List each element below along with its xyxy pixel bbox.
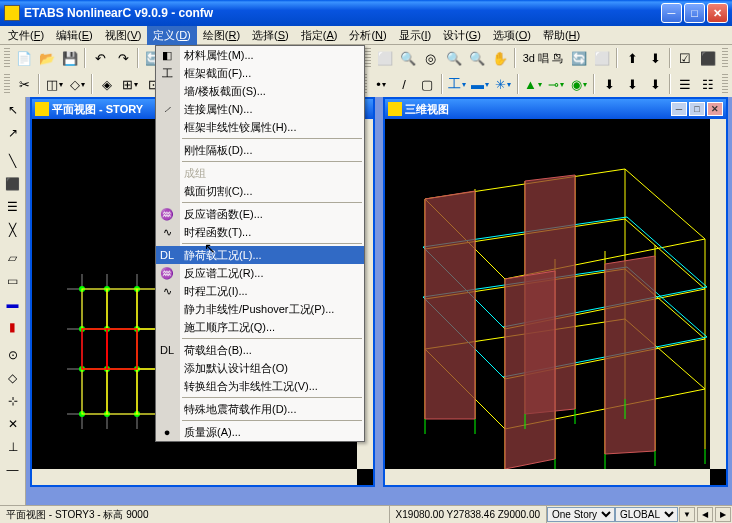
- menu-analyze[interactable]: 分析(N): [343, 26, 392, 45]
- menu-hinge-props[interactable]: 框架非线性铰属性(H)...: [156, 118, 364, 136]
- tool-b-icon[interactable]: ◇▾: [66, 73, 88, 95]
- new-icon[interactable]: 📄: [13, 47, 35, 69]
- menu-file[interactable]: 文件(F): [2, 26, 50, 45]
- perspective-icon[interactable]: ⬜: [591, 47, 613, 69]
- menu-special-seismic[interactable]: 特殊地震荷载作用(D)...: [156, 400, 364, 418]
- menu-convert-combos[interactable]: 转换组合为非线性工况(V)...: [156, 377, 364, 395]
- object-shrink-icon[interactable]: ⬛: [697, 47, 719, 69]
- pan-icon[interactable]: ✋: [489, 47, 511, 69]
- tool-a-icon[interactable]: ◫▾: [43, 73, 65, 95]
- draw-area-icon[interactable]: ▱: [2, 247, 24, 269]
- child-close-button[interactable]: ✕: [707, 102, 723, 116]
- joint-icon[interactable]: ✳▾: [492, 73, 514, 95]
- maximize-button[interactable]: □: [684, 3, 705, 23]
- up-arrow-icon[interactable]: ⬆: [621, 47, 643, 69]
- menu-response-spectrum-fn[interactable]: ♒反应谱函数(E)...: [156, 205, 364, 223]
- cut-icon[interactable]: ✂: [13, 73, 35, 95]
- link-icon: ⟋: [159, 101, 175, 117]
- menu-display[interactable]: 显示(I): [393, 26, 437, 45]
- minimize-button[interactable]: ─: [661, 3, 682, 23]
- 3d-vscroll[interactable]: [710, 119, 726, 469]
- i-beam-icon[interactable]: 工▾: [446, 73, 468, 95]
- display2-icon[interactable]: ☷: [697, 73, 719, 95]
- coord-system-select[interactable]: GLOBAL: [615, 507, 678, 522]
- release-icon[interactable]: ⊸▾: [545, 73, 567, 95]
- menu-link-props[interactable]: ⟋连接属性(N)...: [156, 100, 364, 118]
- load2-icon[interactable]: ⬇: [621, 73, 643, 95]
- mass-icon[interactable]: ◉▾: [568, 73, 590, 95]
- display1-icon[interactable]: ☰: [674, 73, 696, 95]
- redo-icon[interactable]: ↷: [112, 47, 134, 69]
- snap-intersect-icon[interactable]: ✕: [2, 413, 24, 435]
- status-left-button[interactable]: ◀: [697, 507, 713, 522]
- menu-static-load-cases[interactable]: DL静荷载工况(L)...: [156, 246, 364, 264]
- reshape-icon[interactable]: ↗: [2, 122, 24, 144]
- menu-define[interactable]: 定义(D): [147, 26, 196, 45]
- draw-rect-icon[interactable]: ▭: [2, 270, 24, 292]
- open-icon[interactable]: 📂: [36, 47, 58, 69]
- menu-draw[interactable]: 绘图(R): [197, 26, 246, 45]
- menu-wall-slab[interactable]: 墙/楼板截面(S)...: [156, 82, 364, 100]
- menu-response-spectrum-cases[interactable]: ♒反应谱工况(R)...: [156, 264, 364, 282]
- point-icon[interactable]: •▾: [370, 73, 392, 95]
- zoom-back-icon[interactable]: 🔍: [397, 47, 419, 69]
- menu-time-history-cases[interactable]: ∿时程工况(I)...: [156, 282, 364, 300]
- menu-diaphragm[interactable]: 刚性隔板(D)...: [156, 141, 364, 159]
- draw-secondary-icon[interactable]: ☰: [2, 196, 24, 218]
- rotate-icon[interactable]: 🔄: [568, 47, 590, 69]
- draw-wall-icon[interactable]: ▮: [2, 316, 24, 338]
- pointer-icon[interactable]: ↖: [2, 99, 24, 121]
- menu-section-cut[interactable]: 截面切割(C)...: [156, 182, 364, 200]
- menu-select[interactable]: 选择(S): [246, 26, 295, 45]
- menu-time-history-fn[interactable]: ∿时程函数(T)...: [156, 223, 364, 241]
- draw-line-icon[interactable]: ╲: [2, 150, 24, 172]
- menu-mass-source[interactable]: ●质量源(A)...: [156, 423, 364, 441]
- draw-brace-icon[interactable]: ╳: [2, 219, 24, 241]
- status-right-button[interactable]: ▶: [715, 507, 731, 522]
- menu-add-default-combos[interactable]: 添加默认设计组合(O): [156, 359, 364, 377]
- undo-icon[interactable]: ↶: [89, 47, 111, 69]
- display-options-icon[interactable]: ☑: [674, 47, 696, 69]
- 3d-hscroll[interactable]: [385, 469, 710, 485]
- menu-construction-seq[interactable]: 施工顺序工况(Q)...: [156, 318, 364, 336]
- menu-load-combos[interactable]: DL荷载组合(B)...: [156, 341, 364, 359]
- snap-perp-icon[interactable]: ⊥: [2, 436, 24, 458]
- menu-material[interactable]: ◧材料属性(M)...: [156, 46, 364, 64]
- menu-design[interactable]: 设计(G): [437, 26, 487, 45]
- child-minimize-button[interactable]: ─: [671, 102, 687, 116]
- draw-quick-icon[interactable]: ▬: [2, 293, 24, 315]
- line-icon[interactable]: /: [393, 73, 415, 95]
- save-icon[interactable]: 💾: [59, 47, 81, 69]
- 3d-view-titlebar: 三维视图 ─ □ ✕: [385, 99, 726, 119]
- status-down-button[interactable]: ▼: [679, 507, 695, 522]
- zoom-area-icon[interactable]: ⬜: [374, 47, 396, 69]
- menu-pushover-cases[interactable]: 静力非线性/Pushover工况(P)...: [156, 300, 364, 318]
- snap-mid-icon[interactable]: ◇: [2, 367, 24, 389]
- menu-edit[interactable]: 编辑(E): [50, 26, 99, 45]
- story-select[interactable]: One Story: [547, 507, 615, 522]
- 3d-view-canvas[interactable]: [385, 119, 726, 485]
- menu-view[interactable]: 视图(V): [99, 26, 148, 45]
- down-arrow-icon[interactable]: ⬇: [644, 47, 666, 69]
- menu-help[interactable]: 帮助(H): [537, 26, 586, 45]
- plan-hscroll[interactable]: [32, 469, 357, 485]
- slab-icon[interactable]: ▬▾: [469, 73, 491, 95]
- menu-options[interactable]: 选项(O): [487, 26, 537, 45]
- load3-icon[interactable]: ⬇: [644, 73, 666, 95]
- zoom-in-icon[interactable]: 🔍: [443, 47, 465, 69]
- draw-frame-icon[interactable]: ⬛: [2, 173, 24, 195]
- area-icon[interactable]: ▢: [416, 73, 438, 95]
- tool-d-icon[interactable]: ⊞▾: [119, 73, 141, 95]
- snap-line-icon[interactable]: —: [2, 459, 24, 481]
- menu-assign[interactable]: 指定(A): [295, 26, 344, 45]
- snap-grid-icon[interactable]: ⊹: [2, 390, 24, 412]
- zoom-extents-icon[interactable]: ◎: [420, 47, 442, 69]
- tool-c-icon[interactable]: ◈: [96, 73, 118, 95]
- restraint-icon[interactable]: ▲▾: [522, 73, 544, 95]
- child-maximize-button[interactable]: □: [689, 102, 705, 116]
- close-button[interactable]: ✕: [707, 3, 728, 23]
- snap-point-icon[interactable]: ⊙: [2, 344, 24, 366]
- menu-frame-section[interactable]: 工框架截面(F)...: [156, 64, 364, 82]
- load1-icon[interactable]: ⬇: [598, 73, 620, 95]
- zoom-out-icon[interactable]: 🔍: [466, 47, 488, 69]
